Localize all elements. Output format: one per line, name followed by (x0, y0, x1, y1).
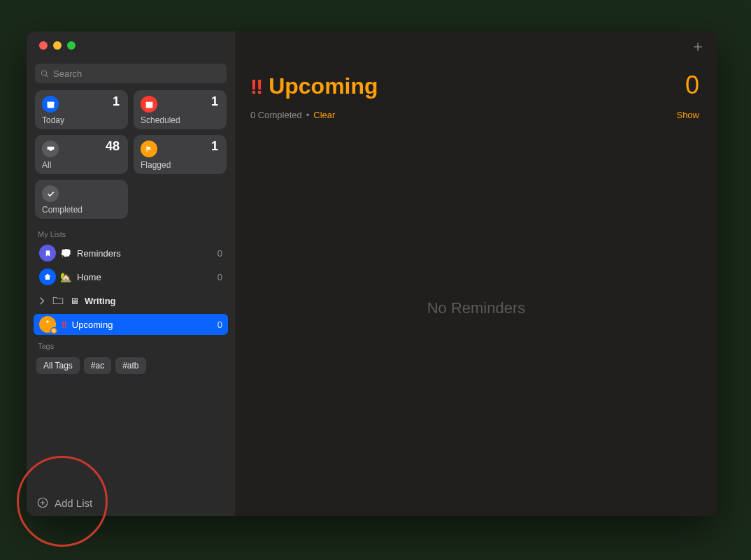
calendar-icon (141, 96, 157, 113)
list-upcoming[interactable]: ‼ Upcoming 0 (34, 314, 228, 335)
tile-flagged-count: 1 (211, 139, 218, 154)
tile-scheduled[interactable]: 1 Scheduled (134, 90, 227, 129)
tile-flagged-label: Flagged (141, 160, 171, 170)
tile-flagged[interactable]: 1 Flagged (134, 135, 227, 174)
window-controls (27, 31, 235, 58)
tile-today-label: Today (42, 115, 64, 125)
add-list-button[interactable]: Add List (36, 496, 92, 509)
tile-completed-label: Completed (42, 205, 83, 215)
smart-list-icon (39, 316, 56, 333)
tile-today[interactable]: 1 Today (35, 90, 128, 129)
app-window: 1 Today 1 Scheduled 48 All (27, 31, 717, 516)
list-title: Upcoming (269, 73, 378, 99)
tag-ac[interactable]: #ac (84, 357, 111, 374)
tile-all-label: All (42, 160, 51, 170)
zoom-window-button[interactable] (67, 41, 76, 50)
bookmark-icon (39, 245, 56, 261)
close-window-button[interactable] (39, 41, 48, 50)
sidebar: 1 Today 1 Scheduled 48 All (27, 31, 235, 516)
list-emoji: 💭 (60, 248, 71, 259)
tags-header: Tags (27, 336, 235, 353)
search-input[interactable] (53, 69, 221, 79)
checkmark-icon (42, 185, 59, 202)
list-reminders[interactable]: 💭 Reminders 0 (34, 243, 228, 264)
smart-list-tiles: 1 Today 1 Scheduled 48 All (27, 90, 235, 224)
svg-rect-2 (145, 101, 152, 108)
tile-completed[interactable]: Completed (35, 180, 128, 219)
exclamation-icon: ‼ (62, 320, 66, 330)
tile-all[interactable]: 48 All (35, 135, 128, 174)
list-count: 0 (217, 248, 222, 259)
list-home[interactable]: 🏡 Home 0 (34, 266, 228, 287)
list-count: 0 (217, 272, 222, 282)
tag-atb[interactable]: #atb (115, 357, 145, 374)
home-icon (39, 268, 56, 285)
search-field[interactable] (35, 64, 227, 83)
list-emoji: 🏡 (60, 272, 71, 282)
folder-emoji: 🖥 (70, 296, 79, 306)
tag-all[interactable]: All Tags (36, 357, 80, 374)
tile-today-count: 1 (113, 94, 120, 109)
tile-all-count: 48 (106, 139, 120, 154)
tag-chips: All Tags #ac #atb (27, 353, 235, 378)
search-icon (41, 69, 49, 78)
tile-scheduled-label: Scheduled (141, 115, 180, 125)
list-total-count: 0 (685, 71, 699, 100)
list-count: 0 (217, 320, 222, 330)
empty-state-text: No Reminders (235, 101, 717, 516)
my-lists-header: My Lists (27, 224, 235, 241)
flag-icon (141, 141, 157, 157)
folder-writing[interactable]: 🖥 Writing (34, 290, 228, 311)
exclamation-icon: ‼ (250, 75, 262, 99)
minimize-window-button[interactable] (53, 41, 62, 50)
plus-circle-icon (36, 496, 49, 509)
main-pane: ‼ Upcoming 0 0 Completed • Clear Show No… (235, 31, 717, 516)
calendar-today-icon (42, 96, 59, 113)
list-label: Upcoming (72, 320, 113, 330)
tile-scheduled-count: 1 (211, 94, 218, 109)
list-label: Home (77, 272, 101, 282)
new-reminder-button[interactable] (691, 40, 705, 57)
tray-icon (42, 141, 59, 157)
folder-icon (52, 294, 64, 307)
folder-label: Writing (85, 296, 116, 306)
list-label: Reminders (77, 248, 121, 259)
add-list-label: Add List (55, 497, 92, 509)
chevron-right-icon (39, 296, 45, 306)
list-header: ‼ Upcoming 0 (235, 31, 717, 103)
svg-point-3 (53, 330, 55, 332)
svg-rect-1 (47, 101, 54, 103)
